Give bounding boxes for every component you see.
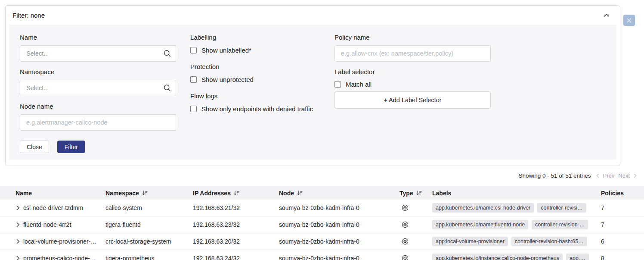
filter-column-middle: Labelling Show unlabelled* Protection Sh… (190, 34, 320, 122)
column-header-name: Name (0, 190, 105, 197)
policies-count: 7 (601, 221, 644, 228)
sort-icon[interactable] (416, 190, 422, 196)
name-filter-field: Name (20, 34, 176, 62)
sort-icon[interactable] (234, 190, 239, 196)
namespace-filter-label: Namespace (20, 68, 176, 75)
filter-panel-header[interactable]: Filter: none (6, 6, 620, 25)
pager: Prev Next (596, 172, 637, 179)
column-header-policies: Policies (601, 190, 644, 197)
pod-type-icon (402, 238, 409, 245)
endpoint-name: csi-node-driver-tzdmm (23, 204, 83, 211)
label-selector-label: Label selector (334, 68, 491, 75)
sort-icon[interactable] (297, 190, 303, 196)
show-unlabelled-checkbox-row[interactable]: Show unlabelled* (190, 47, 320, 54)
filter-panel: Filter: none Name Namespace (5, 5, 620, 166)
endpoint-ip: 192.168.63.21/32 (193, 204, 279, 211)
expand-row-chevron-icon[interactable] (16, 222, 20, 227)
label-pill: controller-revisi… (537, 203, 586, 213)
column-header-labels: Labels (432, 190, 601, 197)
close-button[interactable]: Close (20, 141, 49, 153)
chevron-right-icon[interactable] (634, 173, 637, 178)
match-all-label: Match all (346, 81, 372, 88)
next-button[interactable]: Next (618, 172, 630, 179)
match-all-checkbox-row[interactable]: Match all (334, 81, 491, 88)
policy-name-filter-label: Policy name (334, 34, 491, 41)
endpoints-table: Name Namespace IP Addresses Node Type La… (0, 186, 644, 260)
filter-column-right: Policy name Label selector Match all + A… (334, 34, 491, 109)
policies-count: 6 (601, 238, 644, 245)
label-pill: controller-revision-hash:65… (511, 237, 587, 246)
protection-heading: Protection (190, 63, 320, 70)
endpoint-namespace: calico-system (105, 204, 193, 211)
table-row[interactable]: csi-node-driver-tzdmm calico-system 192.… (0, 200, 644, 216)
denied-traffic-checkbox[interactable] (190, 106, 197, 112)
flow-logs-heading: Flow logs (190, 92, 320, 100)
filter-button[interactable]: Filter (57, 141, 85, 153)
filter-panel-title: Filter: none (12, 12, 45, 19)
policies-count: 7 (601, 204, 644, 211)
show-unprotected-label: Show unprotected (201, 76, 254, 83)
pod-type-icon (402, 204, 409, 211)
column-header-ip-addresses[interactable]: IP Addresses (193, 190, 279, 197)
show-unlabelled-checkbox[interactable] (190, 47, 197, 53)
show-unlabelled-label: Show unlabelled* (201, 47, 251, 54)
match-all-checkbox[interactable] (334, 81, 341, 88)
table-header-row: Name Namespace IP Addresses Node Type La… (0, 186, 644, 200)
column-header-type[interactable]: Type (399, 190, 432, 197)
expand-row-chevron-icon[interactable] (16, 256, 20, 260)
policies-count: 8 (601, 255, 644, 260)
add-label-selector-button[interactable]: + Add Label Selector (334, 91, 491, 109)
table-row[interactable]: prometheus-calico-node-… tigera-promethe… (0, 250, 644, 260)
endpoint-ip: 192.168.63.24/32 (193, 255, 279, 260)
collapse-panel-button[interactable] (604, 13, 610, 17)
show-unprotected-checkbox[interactable] (190, 76, 197, 83)
denied-traffic-checkbox-row[interactable]: Show only endpoints with denied traffic (190, 105, 320, 113)
endpoint-name: local-volume-provisioner-… (23, 238, 96, 245)
close-icon (627, 18, 632, 23)
endpoint-namespace: tigera-fluentd (105, 221, 193, 228)
expand-row-chevron-icon[interactable] (16, 239, 20, 244)
table-row[interactable]: fluentd-node-4rr2t tigera-fluentd 192.16… (0, 216, 644, 233)
label-pill: app.kubernetes.io/name:csi-node-driver (432, 203, 534, 213)
label-pill: app:local-volume-provisioner (432, 237, 508, 246)
label-pill: controller-revision-… (532, 220, 588, 229)
sort-icon[interactable] (142, 190, 148, 196)
column-header-namespace[interactable]: Namespace (105, 190, 193, 197)
filter-panel-body: Name Namespace Node name (9, 25, 616, 160)
search-icon (163, 50, 171, 58)
name-filter-label: Name (20, 34, 176, 41)
endpoint-namespace: tigera-prometheus (105, 255, 193, 260)
endpoint-name: fluentd-node-4rr2t (23, 221, 71, 228)
filter-actions: Close Filter (20, 141, 176, 153)
endpoint-ip: 192.168.63.23/32 (193, 221, 279, 228)
search-icon (163, 84, 171, 92)
show-unprotected-checkbox-row[interactable]: Show unprotected (190, 76, 320, 83)
expand-row-chevron-icon[interactable] (16, 205, 20, 210)
endpoint-node: soumya-bz-0zbo-kadm-infra-0 (279, 204, 399, 211)
namespace-filter-field: Namespace (20, 68, 176, 96)
endpoint-namespace: crc-local-storage-system (105, 238, 193, 245)
label-pill: app.kubernetes.io/instance:calico-node-p… (432, 254, 563, 260)
endpoint-node: soumya-bz-0zbo-kadm-infra-0 (279, 238, 399, 245)
node-name-filter-input[interactable] (20, 114, 176, 131)
endpoint-node: soumya-bz-0zbo-kadm-infra-0 (279, 255, 399, 260)
name-filter-input[interactable] (20, 45, 176, 62)
pagination-bar: Showing 0 - 51 of 51 entries Prev Next (0, 172, 644, 179)
table-row[interactable]: local-volume-provisioner-… crc-local-sto… (0, 233, 644, 250)
node-name-filter-label: Node name (20, 103, 176, 110)
chevron-left-icon[interactable] (596, 173, 599, 178)
endpoints-page: Filter: none Name Namespace (0, 5, 644, 260)
entries-summary: Showing 0 - 51 of 51 entries (518, 172, 591, 179)
labelling-heading: Labelling (190, 34, 320, 41)
policy-name-filter-input[interactable] (334, 45, 491, 62)
node-name-filter-field: Node name (20, 103, 176, 131)
denied-traffic-label: Show only endpoints with denied traffic (201, 105, 313, 113)
label-pill: app.kubernetes.io/name:fluentd-node (432, 220, 528, 229)
namespace-filter-input[interactable] (20, 80, 176, 96)
flyout-close-button[interactable] (623, 15, 635, 26)
pod-type-icon (402, 221, 409, 228)
filter-column-left: Name Namespace Node name (20, 34, 176, 153)
prev-button[interactable]: Prev (603, 172, 615, 179)
policy-name-filter-field: Policy name (334, 34, 491, 62)
column-header-node[interactable]: Node (279, 190, 399, 197)
